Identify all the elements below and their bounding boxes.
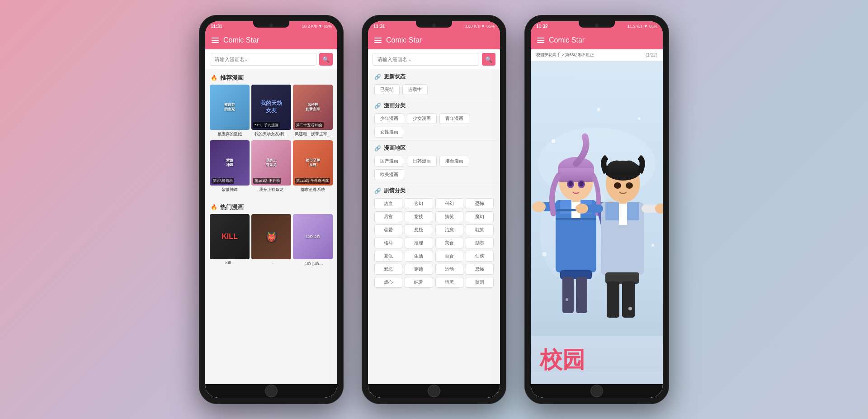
manga-item-2[interactable]: 519、子九漫画 我的天劫女友 我的天劫女友/我... <box>251 85 291 138</box>
genre-comedy[interactable]: 搞笑 <box>435 211 463 222</box>
genre-magic[interactable]: 魔幻 <box>466 211 494 222</box>
genre-sport2[interactable]: 运动 <box>435 264 463 275</box>
genre-horror2[interactable]: 恐怖 <box>466 264 494 275</box>
search-input-2[interactable] <box>373 53 479 66</box>
search-button-1[interactable]: 🔍 <box>319 53 333 66</box>
status-time-3: 11:32 <box>536 24 548 29</box>
genre-scifi[interactable]: 科幻 <box>435 198 463 209</box>
genre-sports[interactable]: 竞技 <box>405 211 433 222</box>
genre-evil[interactable]: 邪恶 <box>374 264 402 275</box>
phone-3-home <box>531 384 663 398</box>
reader-breadcrumb: 校园护花高手 > 第53话邪不胜正 <box>536 52 646 58</box>
filter-tag-complete[interactable]: 已完结 <box>374 84 400 95</box>
filter-tags-update: 已完结 连载中 <box>374 84 494 95</box>
search-bar-1: 🔍 <box>205 49 337 69</box>
svg-point-45 <box>651 244 654 247</box>
genre-romance[interactable]: 恋爱 <box>374 224 402 235</box>
genre-dark[interactable]: 暗黑 <box>435 277 463 288</box>
filter-tag-japan[interactable]: 日韩漫画 <box>407 156 437 167</box>
phone-3: 11:32 11.2 K/s ▼ 65% Comic Star 校园护花高手 >… <box>524 15 669 404</box>
filter-tag-josei[interactable]: 女性漫画 <box>374 127 404 138</box>
hot-item-1[interactable]: KILL Kill... <box>210 214 250 268</box>
filter-tag-seinen[interactable]: 青年漫画 <box>439 113 469 124</box>
genre-inspire[interactable]: 励志 <box>466 238 494 248</box>
network-speed-2: 3.38 K/s <box>465 24 480 29</box>
status-bar-1: 11:31 50.2 K/s ▼ 65% <box>205 21 337 31</box>
genre-travel[interactable]: 穿越 <box>405 264 433 275</box>
genre-fight[interactable]: 格斗 <box>374 238 402 248</box>
hamburger-icon-2[interactable] <box>374 38 382 43</box>
phone-2-screen: 11:31 3.38 K/s ▼ 65% Comic Star 🔍 🔗 <box>368 21 500 398</box>
svg-point-19 <box>579 181 584 186</box>
genre-bl[interactable]: 耽笑 <box>466 224 494 235</box>
svg-rect-29 <box>619 202 627 225</box>
manga-item-1[interactable]: 被废弃的皇妃 被废弃的皇妃 <box>210 85 250 138</box>
app-bar-2: Comic Star <box>368 31 500 49</box>
genre-life[interactable]: 生活 <box>405 251 433 262</box>
filter-icon-genre: 🔗 <box>374 188 381 194</box>
filter-tag-hk[interactable]: 港台漫画 <box>439 156 469 167</box>
phone-1: 11:31 50.2 K/s ▼ 65% Comic Star 🔍 🔥 推荐漫画 <box>199 15 344 404</box>
filter-label-type: 漫画分类 <box>384 102 406 110</box>
phone-1-home <box>205 384 337 398</box>
manga-item-3[interactable]: 第二十五话 约会 凤还翱妖孽主宰 凤还翱，妖孽主宰... <box>293 85 333 138</box>
genre-xian[interactable]: 仙侠 <box>466 251 494 262</box>
manga-item-5[interactable]: 第161话 不许动 我身上有条龙 我身上有条龙 <box>251 140 291 194</box>
hot-item-2[interactable]: 👹 ... <box>251 214 291 268</box>
home-button-3[interactable] <box>590 385 603 397</box>
status-bar-2: 11:31 3.38 K/s ▼ 65% <box>368 21 500 31</box>
genre-suspense[interactable]: 悬疑 <box>405 224 433 235</box>
filter-tag-ongoing[interactable]: 连载中 <box>402 84 428 95</box>
svg-rect-21 <box>562 277 574 313</box>
status-time-1: 11:31 <box>211 24 222 29</box>
filter-tags-region: 国产漫画 日韩漫画 港台漫画 欧美漫画 <box>374 156 494 180</box>
genre-harem[interactable]: 后宫 <box>374 211 402 222</box>
recommended-title: 推荐漫画 <box>220 74 244 82</box>
hot-item-3[interactable]: じめじめ じめじめ... <box>293 214 333 268</box>
manga-item-6[interactable]: 第113话 千年奇楠沉 都市至尊系统 都市至尊系统 <box>293 140 333 194</box>
signal-icon-1: ▼ <box>318 24 322 29</box>
hot-grid: KILL Kill... 👹 ... じめじめ じめじめ... <box>205 214 337 272</box>
genre-mystery[interactable]: 推理 <box>405 238 433 248</box>
genre-yuri[interactable]: 百合 <box>435 251 463 262</box>
genre-food[interactable]: 美食 <box>435 238 463 248</box>
manga-title-2: 我的天劫女友/我... <box>251 130 291 138</box>
genre-fantasy[interactable]: 玄幻 <box>405 198 433 209</box>
manga-thumb-2: 519、子九漫画 我的天劫女友 <box>251 85 291 130</box>
genre-pure[interactable]: 纯爱 <box>405 277 433 288</box>
genre-sad[interactable]: 虐心 <box>374 277 402 288</box>
svg-point-43 <box>638 117 641 120</box>
home-button-1[interactable] <box>265 385 278 397</box>
svg-rect-40 <box>607 281 619 318</box>
manga-thumb-3: 第二十五话 约会 凤还翱妖孽主宰 <box>293 85 333 130</box>
search-button-2[interactable]: 🔍 <box>482 53 495 66</box>
genre-healing[interactable]: 治愈 <box>435 224 463 235</box>
filter-tag-shojo[interactable]: 少女漫画 <box>407 113 437 124</box>
svg-rect-41 <box>622 281 635 318</box>
search-input-1[interactable] <box>210 53 316 66</box>
filter-section-type: 🔗 漫画分类 少年漫画 少女漫画 青年漫画 女性漫画 <box>368 98 500 141</box>
svg-rect-22 <box>576 277 587 313</box>
manga-item-4[interactable]: 第5话逢着杉 紫微神谭 紫微神谭 <box>210 140 250 194</box>
reader-header: 校园护花高手 > 第53话邪不胜正 (1/22) <box>531 49 663 61</box>
status-bar-3: 11:32 11.2 K/s ▼ 65% <box>531 21 663 31</box>
network-speed-3: 11.2 K/s <box>627 24 642 29</box>
home-button-2[interactable] <box>428 385 440 397</box>
reader-page-num: (1/22) <box>646 52 657 57</box>
manga-title-3: 凤还翱，妖孽主宰... <box>293 130 333 138</box>
filter-content: 🔗 更新状态 已完结 连载中 🔗 漫画分类 少年漫画 少女漫画 青年漫画 女性 <box>368 69 500 384</box>
filter-label-genre: 剧情分类 <box>384 187 406 195</box>
hot-thumb-1: KILL <box>210 214 250 259</box>
filter-tag-west[interactable]: 欧美漫画 <box>374 169 404 180</box>
genre-revenge[interactable]: 复仇 <box>374 251 402 262</box>
genre-mind[interactable]: 脑洞 <box>466 277 494 288</box>
hamburger-icon-3[interactable] <box>537 38 544 43</box>
genre-action[interactable]: 热血 <box>374 198 402 209</box>
hamburger-icon-1[interactable] <box>212 38 219 43</box>
filter-tag-china[interactable]: 国产漫画 <box>374 156 404 167</box>
filter-tag-shonen[interactable]: 少年漫画 <box>374 113 404 124</box>
hot-header: 🔥 热门漫画 <box>205 199 337 214</box>
reader-image-area[interactable]: 校园 <box>531 61 663 384</box>
genre-horror[interactable]: 恐怖 <box>466 198 494 209</box>
filter-title-region: 🔗 漫画地区 <box>374 144 494 152</box>
